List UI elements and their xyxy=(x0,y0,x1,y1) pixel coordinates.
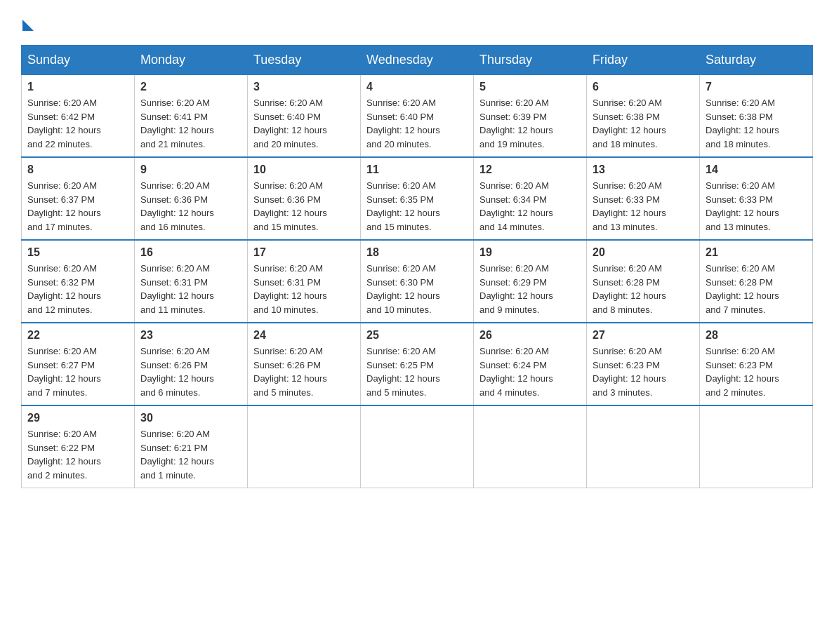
day-info: Sunrise: 6:20 AMSunset: 6:39 PMDaylight:… xyxy=(479,96,581,151)
day-number: 24 xyxy=(253,329,355,342)
day-info: Sunrise: 6:20 AMSunset: 6:25 PMDaylight:… xyxy=(366,344,468,399)
day-info: Sunrise: 6:20 AMSunset: 6:36 PMDaylight:… xyxy=(140,179,241,234)
calendar-cell: 17Sunrise: 6:20 AMSunset: 6:31 PMDayligh… xyxy=(248,240,361,323)
day-number: 10 xyxy=(253,163,355,176)
day-number: 16 xyxy=(140,246,241,259)
page-header xyxy=(21,14,813,31)
day-number: 30 xyxy=(140,412,241,424)
day-info: Sunrise: 6:20 AMSunset: 6:41 PMDaylight:… xyxy=(140,96,241,151)
day-number: 9 xyxy=(140,163,241,176)
calendar-cell: 16Sunrise: 6:20 AMSunset: 6:31 PMDayligh… xyxy=(135,240,248,323)
day-number: 22 xyxy=(27,329,128,342)
day-number: 28 xyxy=(706,329,807,342)
day-number: 17 xyxy=(253,246,355,259)
day-number: 4 xyxy=(366,81,468,93)
day-info: Sunrise: 6:20 AMSunset: 6:33 PMDaylight:… xyxy=(706,179,807,234)
day-number: 18 xyxy=(366,246,468,259)
calendar-week-row: 1Sunrise: 6:20 AMSunset: 6:42 PMDaylight… xyxy=(22,75,813,158)
calendar-cell xyxy=(587,405,700,488)
calendar-table: SundayMondayTuesdayWednesdayThursdayFrid… xyxy=(21,45,813,488)
calendar-cell: 28Sunrise: 6:20 AMSunset: 6:23 PMDayligh… xyxy=(700,323,813,405)
calendar-cell: 19Sunrise: 6:20 AMSunset: 6:29 PMDayligh… xyxy=(474,240,587,323)
day-info: Sunrise: 6:20 AMSunset: 6:22 PMDaylight:… xyxy=(27,427,128,482)
day-number: 19 xyxy=(479,246,581,259)
day-number: 3 xyxy=(253,81,355,93)
calendar-cell: 6Sunrise: 6:20 AMSunset: 6:38 PMDaylight… xyxy=(587,75,700,158)
calendar-week-row: 22Sunrise: 6:20 AMSunset: 6:27 PMDayligh… xyxy=(22,323,813,405)
calendar-cell xyxy=(361,405,474,488)
calendar-cell: 20Sunrise: 6:20 AMSunset: 6:28 PMDayligh… xyxy=(587,240,700,323)
weekday-header-monday: Monday xyxy=(135,46,248,75)
weekday-header-wednesday: Wednesday xyxy=(361,46,474,75)
day-info: Sunrise: 6:20 AMSunset: 6:23 PMDaylight:… xyxy=(706,344,807,399)
calendar-cell: 27Sunrise: 6:20 AMSunset: 6:23 PMDayligh… xyxy=(587,323,700,405)
day-number: 13 xyxy=(593,163,694,176)
calendar-cell: 29Sunrise: 6:20 AMSunset: 6:22 PMDayligh… xyxy=(22,405,135,488)
weekday-header-tuesday: Tuesday xyxy=(248,46,361,75)
day-info: Sunrise: 6:20 AMSunset: 6:31 PMDaylight:… xyxy=(253,262,355,316)
day-number: 25 xyxy=(366,329,468,342)
day-info: Sunrise: 6:20 AMSunset: 6:31 PMDaylight:… xyxy=(140,262,241,316)
calendar-cell: 9Sunrise: 6:20 AMSunset: 6:36 PMDaylight… xyxy=(135,157,248,240)
logo-arrow-icon xyxy=(22,20,34,31)
calendar-cell xyxy=(474,405,587,488)
weekday-header-sunday: Sunday xyxy=(22,46,135,75)
day-info: Sunrise: 6:20 AMSunset: 6:42 PMDaylight:… xyxy=(27,96,128,151)
calendar-cell: 22Sunrise: 6:20 AMSunset: 6:27 PMDayligh… xyxy=(22,323,135,405)
calendar-cell: 26Sunrise: 6:20 AMSunset: 6:24 PMDayligh… xyxy=(474,323,587,405)
calendar-cell xyxy=(700,405,813,488)
weekday-header-friday: Friday xyxy=(587,46,700,75)
day-info: Sunrise: 6:20 AMSunset: 6:36 PMDaylight:… xyxy=(253,179,355,234)
day-info: Sunrise: 6:20 AMSunset: 6:27 PMDaylight:… xyxy=(27,344,128,399)
calendar-cell: 24Sunrise: 6:20 AMSunset: 6:26 PMDayligh… xyxy=(248,323,361,405)
weekday-header-thursday: Thursday xyxy=(474,46,587,75)
calendar-cell: 15Sunrise: 6:20 AMSunset: 6:32 PMDayligh… xyxy=(22,240,135,323)
weekday-header-row: SundayMondayTuesdayWednesdayThursdayFrid… xyxy=(22,46,813,75)
day-number: 1 xyxy=(27,81,128,93)
day-info: Sunrise: 6:20 AMSunset: 6:33 PMDaylight:… xyxy=(593,179,694,234)
day-info: Sunrise: 6:20 AMSunset: 6:26 PMDaylight:… xyxy=(253,344,355,399)
day-number: 5 xyxy=(479,81,581,93)
calendar-cell: 4Sunrise: 6:20 AMSunset: 6:40 PMDaylight… xyxy=(361,75,474,158)
day-info: Sunrise: 6:20 AMSunset: 6:30 PMDaylight:… xyxy=(366,262,468,316)
day-info: Sunrise: 6:20 AMSunset: 6:34 PMDaylight:… xyxy=(479,179,581,234)
day-info: Sunrise: 6:20 AMSunset: 6:40 PMDaylight:… xyxy=(253,96,355,151)
day-number: 11 xyxy=(366,163,468,176)
day-info: Sunrise: 6:20 AMSunset: 6:21 PMDaylight:… xyxy=(140,427,241,482)
day-number: 26 xyxy=(479,329,581,342)
day-number: 20 xyxy=(593,246,694,259)
day-info: Sunrise: 6:20 AMSunset: 6:32 PMDaylight:… xyxy=(27,262,128,316)
day-number: 29 xyxy=(27,412,128,424)
calendar-cell: 7Sunrise: 6:20 AMSunset: 6:38 PMDaylight… xyxy=(700,75,813,158)
calendar-week-row: 29Sunrise: 6:20 AMSunset: 6:22 PMDayligh… xyxy=(22,405,813,488)
weekday-header-saturday: Saturday xyxy=(700,46,813,75)
calendar-cell: 18Sunrise: 6:20 AMSunset: 6:30 PMDayligh… xyxy=(361,240,474,323)
day-info: Sunrise: 6:20 AMSunset: 6:29 PMDaylight:… xyxy=(479,262,581,316)
calendar-cell: 10Sunrise: 6:20 AMSunset: 6:36 PMDayligh… xyxy=(248,157,361,240)
calendar-cell: 30Sunrise: 6:20 AMSunset: 6:21 PMDayligh… xyxy=(135,405,248,488)
day-number: 6 xyxy=(593,81,694,93)
calendar-cell: 14Sunrise: 6:20 AMSunset: 6:33 PMDayligh… xyxy=(700,157,813,240)
calendar-cell: 23Sunrise: 6:20 AMSunset: 6:26 PMDayligh… xyxy=(135,323,248,405)
calendar-cell: 13Sunrise: 6:20 AMSunset: 6:33 PMDayligh… xyxy=(587,157,700,240)
day-number: 14 xyxy=(706,163,807,176)
day-number: 23 xyxy=(140,329,241,342)
day-number: 8 xyxy=(27,163,128,176)
calendar-cell: 2Sunrise: 6:20 AMSunset: 6:41 PMDaylight… xyxy=(135,75,248,158)
day-info: Sunrise: 6:20 AMSunset: 6:38 PMDaylight:… xyxy=(706,96,807,151)
calendar-cell xyxy=(248,405,361,488)
day-number: 27 xyxy=(593,329,694,342)
calendar-week-row: 8Sunrise: 6:20 AMSunset: 6:37 PMDaylight… xyxy=(22,157,813,240)
day-info: Sunrise: 6:20 AMSunset: 6:37 PMDaylight:… xyxy=(27,179,128,234)
calendar-cell: 8Sunrise: 6:20 AMSunset: 6:37 PMDaylight… xyxy=(22,157,135,240)
calendar-cell: 25Sunrise: 6:20 AMSunset: 6:25 PMDayligh… xyxy=(361,323,474,405)
calendar-cell: 3Sunrise: 6:20 AMSunset: 6:40 PMDaylight… xyxy=(248,75,361,158)
day-info: Sunrise: 6:20 AMSunset: 6:24 PMDaylight:… xyxy=(479,344,581,399)
logo xyxy=(21,14,34,31)
day-info: Sunrise: 6:20 AMSunset: 6:26 PMDaylight:… xyxy=(140,344,241,399)
day-info: Sunrise: 6:20 AMSunset: 6:40 PMDaylight:… xyxy=(366,96,468,151)
calendar-cell: 1Sunrise: 6:20 AMSunset: 6:42 PMDaylight… xyxy=(22,75,135,158)
day-info: Sunrise: 6:20 AMSunset: 6:35 PMDaylight:… xyxy=(366,179,468,234)
day-info: Sunrise: 6:20 AMSunset: 6:23 PMDaylight:… xyxy=(593,344,694,399)
day-number: 7 xyxy=(706,81,807,93)
